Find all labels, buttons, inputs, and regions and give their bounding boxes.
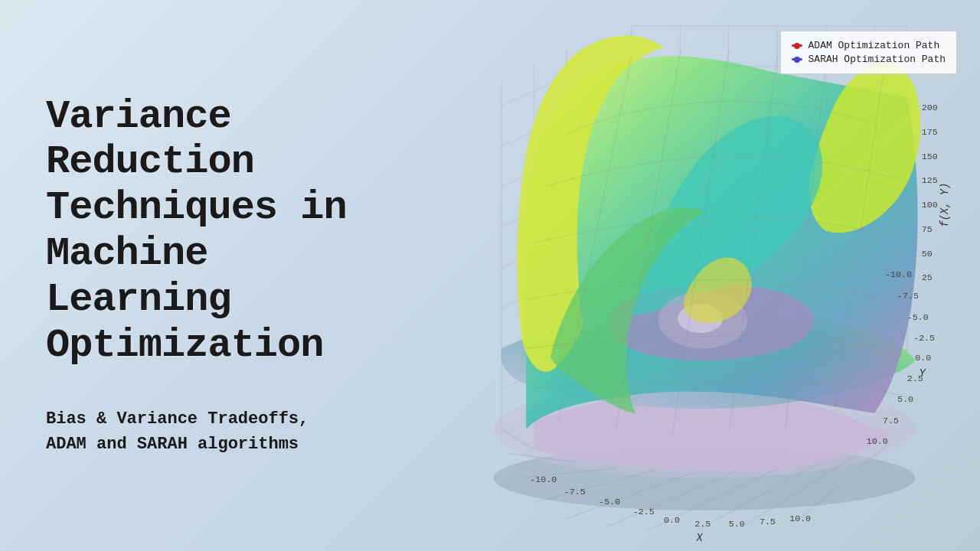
y-tick-0: 0.0 — [915, 353, 931, 363]
subtitle: Bias & Variance Tradeoffs, ADAM and SARA… — [46, 406, 383, 457]
x-tick-10: 10.0 — [789, 514, 811, 523]
y-axis-title: Y — [920, 368, 927, 380]
x-tick-neg25: -2.5 — [633, 507, 655, 517]
z-axis-labels: 200 175 150 125 100 75 50 25 f(X, Y) — [922, 103, 951, 282]
z-tick-25: 25 — [922, 272, 933, 282]
subtitle-line2: ADAM and SARAH algorithms — [46, 435, 299, 454]
y-tick-neg25: -2.5 — [913, 333, 935, 343]
left-panel: VarianceReductionTechniques inMachineLea… — [0, 64, 429, 488]
x-tick-neg10: -10.0 — [530, 474, 557, 484]
x-tick-75: 7.5 — [760, 517, 776, 527]
x-tick-25: 2.5 — [694, 519, 710, 529]
z-tick-200: 200 — [922, 103, 938, 112]
y-tick-75: 7.5 — [883, 416, 899, 425]
legend-sarah: SARAH Optimization Path — [792, 54, 946, 65]
z-tick-125: 125 — [922, 175, 938, 185]
z-tick-150: 150 — [922, 152, 938, 161]
z-tick-100: 100 — [922, 200, 938, 210]
z-axis-title: f(X, Y) — [939, 183, 951, 227]
y-tick-5: 5.0 — [897, 394, 913, 404]
adam-legend-icon — [792, 44, 802, 47]
y-tick-neg10: -10.0 — [885, 269, 912, 279]
main-title: VarianceReductionTechniques inMachineLea… — [46, 94, 383, 369]
subtitle-line1: Bias & Variance Tradeoffs, — [46, 409, 309, 429]
sarah-legend-label: SARAH Optimization Path — [808, 54, 946, 65]
main-container: VarianceReductionTechniques inMachineLea… — [0, 0, 980, 551]
chart-svg: 200 175 150 125 100 75 50 25 f(X, Y) -10… — [429, 0, 980, 551]
x-tick-0: 0.0 — [664, 515, 680, 525]
z-tick-50: 50 — [922, 249, 933, 259]
y-tick-neg5: -5.0 — [907, 312, 929, 322]
right-panel: ADAM Optimization Path SARAH Optimizatio… — [429, 0, 980, 551]
y-tick-neg75: -7.5 — [897, 291, 919, 301]
x-tick-5: 5.0 — [729, 519, 745, 529]
adam-legend-label: ADAM Optimization Path — [808, 40, 940, 51]
x-axis-title: X — [695, 533, 703, 544]
x-tick-neg5: -5.0 — [599, 497, 620, 507]
legend-adam: ADAM Optimization Path — [792, 40, 946, 51]
sarah-legend-icon — [792, 58, 802, 60]
x-tick-neg75: -7.5 — [564, 487, 586, 497]
z-tick-175: 175 — [922, 127, 938, 137]
y-tick-10: 10.0 — [867, 436, 888, 446]
z-tick-75: 75 — [922, 224, 933, 234]
legend-box: ADAM Optimization Path SARAH Optimizatio… — [780, 31, 957, 74]
